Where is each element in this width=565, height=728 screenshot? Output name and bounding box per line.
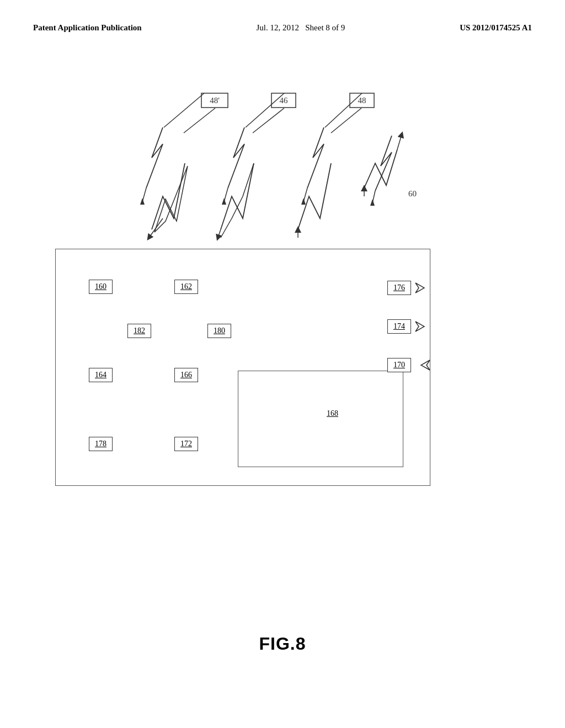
svg-line-2	[149, 218, 163, 238]
svg-line-4	[221, 218, 232, 238]
svg-line-1	[163, 163, 185, 218]
svg-marker-26	[222, 198, 226, 205]
page-header: Patent Application Publication Jul. 12, …	[0, 0, 565, 45]
date-sheet-label: Jul. 12, 2012 Sheet 8 of 9	[256, 22, 345, 34]
label-166: 166	[174, 368, 198, 382]
label-172: 172	[174, 437, 198, 451]
svg-line-0	[184, 108, 215, 133]
label-162: 162	[174, 280, 198, 294]
label-174-container: 174	[387, 318, 431, 335]
label-180: 180	[207, 324, 231, 338]
publication-label: Patent Application Publication	[33, 22, 142, 34]
svg-marker-34	[421, 360, 430, 370]
svg-line-24	[246, 93, 284, 127]
label-174: 174	[387, 319, 411, 334]
main-content: 48' 46 48 60	[0, 45, 565, 706]
svg-marker-23	[140, 198, 145, 205]
main-diagram-box: 160 162 182 180 164 166 178 172 168 176 …	[55, 249, 430, 486]
patent-number-label: US 2012/0174525 A1	[460, 22, 532, 34]
label-164: 164	[89, 368, 113, 382]
sheet-label: Sheet 8 of 9	[305, 23, 345, 32]
svg-marker-32	[415, 283, 424, 293]
label-170-container: 170	[387, 357, 431, 373]
label-182: 182	[127, 324, 151, 338]
svg-text:46: 46	[280, 96, 289, 105]
label-176: 176	[387, 281, 411, 295]
svg-marker-31	[370, 199, 375, 206]
label-168: 168	[321, 407, 344, 420]
svg-text:48': 48'	[210, 96, 220, 105]
svg-marker-29	[301, 198, 306, 205]
svg-line-3	[253, 108, 284, 133]
label-178: 178	[89, 437, 113, 451]
svg-line-21	[164, 93, 204, 127]
date-label: Jul. 12, 2012	[256, 23, 299, 32]
inner-box-168: 168	[238, 371, 403, 467]
label-160: 160	[89, 280, 113, 294]
figure-label: FIG.8	[259, 634, 306, 654]
svg-text:60: 60	[408, 189, 417, 198]
waveform-diagram: 48' 46 48 60	[44, 78, 519, 249]
svg-text:48: 48	[358, 96, 366, 105]
label-176-container: 176	[387, 280, 431, 296]
svg-line-8	[218, 229, 221, 238]
svg-line-9	[331, 108, 361, 133]
svg-marker-33	[415, 322, 424, 331]
svg-line-12	[397, 135, 402, 149]
label-170: 170	[387, 358, 411, 372]
